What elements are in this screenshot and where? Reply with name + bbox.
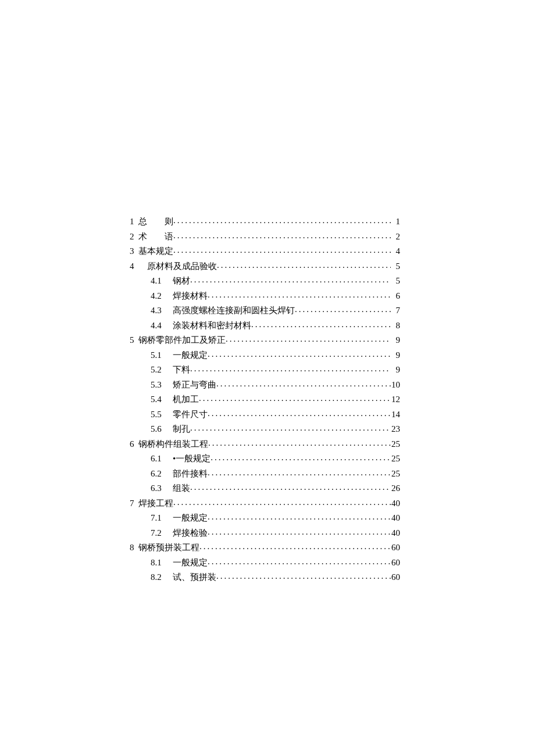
toc-page-number: 5 — [391, 274, 400, 288]
toc-section-number: 4.2 — [151, 289, 173, 303]
toc-container: 1 总 则12 术 语23 基本规定44 原材料及成品验收54.1钢材54.2焊… — [130, 214, 400, 585]
toc-chapter-title: 原材料及成品验收 — [138, 260, 217, 274]
toc-section-number: 6.1 — [151, 452, 173, 466]
toc-leader-dots — [173, 214, 391, 224]
toc-section-title: 零件尺寸 — [173, 408, 208, 422]
toc-page-number: 60 — [391, 556, 400, 570]
toc-entry: 6 钢桥构件组装工程25 — [130, 436, 400, 452]
toc-section-title: 制孔 — [173, 422, 190, 436]
toc-page-number: 9 — [391, 334, 400, 347]
toc-chapter-number: 7 — [130, 497, 138, 511]
toc-page-number: 1 — [391, 215, 400, 229]
toc-chapter-number: 4 — [130, 260, 138, 274]
toc-section-title: 机加工 — [173, 393, 199, 407]
toc-entry: 3 基本规定4 — [130, 243, 400, 259]
toc-section-number: 7.1 — [151, 511, 173, 525]
toc-section-title: •一般规定 — [173, 452, 211, 466]
toc-entry: 7.1一般规定40 — [130, 510, 400, 525]
toc-section-number: 5.5 — [151, 408, 173, 422]
toc-page-number: 12 — [391, 393, 400, 407]
toc-section-title: 一般规定 — [173, 349, 208, 363]
toc-entry: 5.3矫正与弯曲10 — [130, 377, 400, 392]
toc-chapter-number: 1 — [130, 215, 138, 229]
toc-section-title: 试、预拼装 — [173, 571, 216, 585]
toc-entry: 4.4涂装材料和密封材料8 — [130, 318, 400, 333]
toc-entry: 6.3组装26 — [130, 481, 400, 496]
toc-leader-dots — [190, 362, 391, 372]
toc-leader-dots — [208, 466, 391, 476]
toc-entry: 4.1钢材5 — [130, 273, 400, 288]
toc-chapter-number: 3 — [130, 245, 138, 259]
toc-section-title: 矫正与弯曲 — [173, 378, 216, 392]
toc-entry: 5.4机加工12 — [130, 392, 400, 407]
toc-leader-dots — [208, 525, 391, 536]
toc-chapter-title: 钢桥预拼装工程 — [138, 541, 199, 555]
toc-page-number: 5 — [391, 260, 400, 274]
toc-chapter-title: 总 则 — [138, 215, 173, 229]
toc-section-number: 5.6 — [151, 422, 173, 436]
toc-section-number: 5.2 — [151, 363, 173, 377]
toc-page-number: 25 — [391, 438, 400, 452]
toc-chapter-title: 钢桥构件组装工程 — [138, 438, 208, 452]
toc-leader-dots — [295, 303, 391, 313]
toc-leader-dots — [208, 407, 391, 417]
toc-section-number: 4.4 — [151, 319, 173, 333]
toc-section-title: 焊接检验 — [173, 526, 208, 540]
toc-leader-dots — [199, 540, 391, 550]
toc-page-number: 23 — [391, 422, 400, 436]
toc-page-number: 40 — [391, 497, 400, 511]
toc-entry: 6.2部件接料25 — [130, 466, 400, 481]
toc-entry: 4 原材料及成品验收5 — [130, 259, 400, 274]
toc-section-number: 4.1 — [151, 274, 173, 288]
toc-leader-dots — [217, 259, 391, 269]
toc-leader-dots — [226, 332, 391, 343]
toc-chapter-title: 钢桥零部件加工及矫正 — [138, 334, 226, 347]
toc-section-number: 7.2 — [151, 526, 173, 540]
toc-page-number: 14 — [391, 408, 400, 422]
toc-section-number: 5.1 — [151, 349, 173, 363]
toc-page-number: 40 — [391, 526, 400, 540]
toc-leader-dots — [208, 510, 391, 521]
toc-entry: 4.3高强度螺栓连接副和圆柱头焊钉7 — [130, 303, 400, 318]
toc-chapter-title: 术 语 — [138, 230, 173, 244]
toc-chapter-title: 基本规定 — [138, 245, 173, 259]
toc-leader-dots — [173, 229, 391, 239]
toc-page-number: 25 — [391, 452, 400, 466]
toc-leader-dots — [251, 318, 391, 328]
toc-page-number: 8 — [391, 319, 400, 333]
toc-entry: 5.5零件尺寸14 — [130, 407, 400, 422]
toc-section-title: 一般规定 — [173, 511, 208, 525]
toc-leader-dots — [173, 496, 391, 506]
toc-section-number: 5.4 — [151, 393, 173, 407]
toc-page-number: 6 — [391, 289, 400, 303]
toc-page-number: 25 — [391, 467, 400, 481]
toc-leader-dots — [190, 481, 391, 491]
toc-section-title: 部件接料 — [173, 467, 208, 481]
toc-entry: 1 总 则1 — [130, 214, 400, 229]
toc-page-number: 40 — [391, 511, 400, 525]
toc-section-title: 一般规定 — [173, 556, 208, 570]
toc-entry: 4.2焊接材料6 — [130, 288, 400, 303]
toc-section-title: 下料 — [173, 363, 190, 377]
toc-section-title: 高强度螺栓连接副和圆柱头焊钉 — [173, 304, 295, 318]
toc-section-number: 6.3 — [151, 482, 173, 496]
toc-section-title: 组装 — [173, 482, 190, 496]
toc-leader-dots — [211, 451, 391, 461]
toc-section-number: 4.3 — [151, 304, 173, 318]
toc-leader-dots — [190, 421, 391, 432]
toc-chapter-number: 2 — [130, 230, 138, 244]
toc-section-number: 5.3 — [151, 378, 173, 392]
toc-entry: 5.6制孔23 — [130, 421, 400, 436]
toc-entry: 8.2试、预拼装60 — [130, 569, 400, 585]
toc-leader-dots — [208, 347, 391, 358]
toc-page-number: 7 — [391, 304, 400, 318]
toc-section-number: 8.1 — [151, 556, 173, 570]
toc-page-number: 2 — [391, 230, 400, 244]
toc-entry: 7 焊接工程40 — [130, 496, 400, 511]
toc-leader-dots — [199, 392, 391, 402]
toc-leader-dots — [173, 243, 391, 254]
toc-chapter-number: 8 — [130, 541, 138, 555]
toc-entry: 5.2下料9 — [130, 362, 400, 377]
toc-section-title: 涂装材料和密封材料 — [173, 319, 251, 333]
toc-entry: 7.2焊接检验40 — [130, 525, 400, 540]
